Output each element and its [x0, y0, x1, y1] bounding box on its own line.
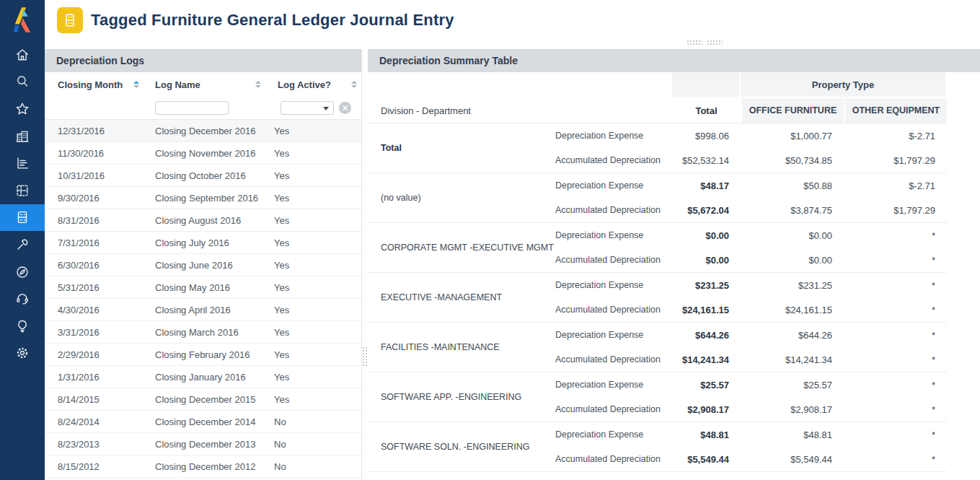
log-active-cell: No [274, 416, 361, 427]
division-department-label: Total [368, 123, 555, 173]
closing-month-cell: 7/31/2016 [58, 237, 155, 248]
panel-splitter-handle[interactable] [362, 346, 368, 367]
log-table-row[interactable]: 12/31/2016 Closing December 2016 Yes [45, 120, 361, 142]
log-table-row[interactable]: 8/31/2016 Closing August 2016 Yes [45, 209, 361, 232]
depreciation-summary-panel: Depreciation Summary Table Property Type… [368, 49, 980, 480]
summary-group-row: (no value) Depreciation Expense $48.17 $… [368, 173, 947, 223]
metric-label: Accumulated Depreciation [555, 155, 672, 165]
log-name-cell: Closing October 2016 [155, 170, 274, 181]
office-furniture-value: $14,241.34 [741, 354, 844, 365]
closing-month-cell: 3/31/2016 [58, 327, 155, 338]
total-value: $644.26 [672, 330, 741, 341]
sidebar-item-tools[interactable] [0, 231, 45, 258]
log-name-cell: Closing June 2016 [155, 260, 274, 271]
leaf-icon [14, 264, 30, 280]
logs-table-header: Closing Month Log Name Log Active? ✕ [45, 72, 361, 120]
log-table-row[interactable]: 8/24/2014 Closing December 2014 No [45, 411, 361, 433]
log-active-cell: No [274, 439, 361, 450]
log-table-row[interactable]: 4/30/2016 Closing April 2016 Yes [45, 299, 361, 321]
app-logo[interactable] [0, 0, 45, 40]
log-table-row[interactable]: 8/23/2013 Closing December 2013 No [45, 433, 361, 455]
log-table-row[interactable]: 11/30/2016 Closing November 2016 Yes [45, 142, 361, 165]
total-column-header: Total [672, 98, 741, 123]
sidebar-item-ideas[interactable] [0, 313, 45, 340]
log-name-cell: Closing September 2016 [155, 193, 274, 204]
log-name-cell: Closing November 2016 [155, 148, 274, 159]
closing-month-cell: 11/30/2016 [58, 148, 155, 159]
office-furniture-value: $48.81 [741, 429, 844, 440]
settings-icon [14, 345, 30, 361]
sidebar-item-sustainability[interactable] [0, 258, 45, 286]
metric-label: Accumulated Depreciation [555, 354, 672, 365]
sidebar-item-home[interactable] [0, 41, 45, 69]
log-name-cell: Closing December 2015 [155, 394, 274, 405]
page-title: Tagged Furniture General Ledger Journal … [91, 11, 454, 30]
page-icon [57, 7, 83, 33]
journal-icon [14, 209, 30, 225]
log-name-cell: Closing August 2016 [155, 215, 274, 226]
sidebar-item-reports[interactable] [0, 149, 45, 177]
log-table-row[interactable]: 7/31/2016 Closing July 2016 Yes [45, 232, 361, 254]
sidebar-item-organization[interactable] [0, 123, 45, 150]
log-table-row[interactable]: 2/29/2016 Closing February 2016 Yes [45, 344, 361, 366]
log-table-row[interactable]: 10/31/2016 Closing October 2016 Yes [45, 165, 361, 187]
log-active-cell: Yes [274, 327, 361, 338]
other-equipment-value: $-2.71 [844, 131, 947, 141]
other-equipment-value: * [844, 429, 947, 440]
sidebar-item-search[interactable] [0, 69, 45, 96]
depreciation-logs-panel: Depreciation Logs Closing Month Log Name… [45, 49, 362, 480]
metric-label: Accumulated Depreciation [555, 454, 672, 464]
other-equipment-value: * [844, 380, 947, 390]
metric-label: Depreciation Expense [555, 180, 672, 191]
logs-filter-row: ✕ [45, 97, 361, 119]
support-icon [14, 291, 30, 307]
sidebar-item-settings[interactable] [0, 340, 45, 367]
metric-label: Depreciation Expense [555, 330, 672, 340]
other-equipment-value: $1,797.29 [844, 205, 947, 216]
summary-table-header: Property Type Division - Department Tota… [368, 72, 947, 123]
summary-metric-row: Depreciation Expense $998.06 $1,000.77 $… [555, 123, 947, 148]
column-header-log-active[interactable]: Log Active? [274, 79, 361, 90]
log-name-cell: Closing December 2014 [155, 416, 274, 427]
log-name-filter-input[interactable] [155, 101, 229, 115]
metric-label: Accumulated Depreciation [555, 255, 672, 265]
column-header-log-name[interactable]: Log Name [155, 79, 274, 90]
summary-metric-row: Accumulated Depreciation $52,532.14 $50,… [555, 148, 947, 173]
column-header-closing-month[interactable]: Closing Month [58, 79, 155, 90]
log-table-row[interactable]: 9/30/2016 Closing September 2016 Yes [45, 187, 361, 209]
sidebar-item-favorites[interactable] [0, 95, 45, 123]
log-table-row[interactable]: 8/15/2012 Closing December 2012 No [45, 455, 361, 478]
office-furniture-value: $5,549.44 [741, 454, 844, 465]
summary-group-row: SOFTWARE APP. -ENGINEERING Depreciation … [368, 372, 947, 422]
division-department-label: SOFTWARE APP. -ENGINEERING [368, 372, 555, 422]
summary-group-row: SOFTWARE SOLN. -ENGINEERING Depreciation… [368, 422, 947, 472]
closing-month-cell: 5/31/2016 [58, 282, 155, 293]
summary-metric-row: Depreciation Expense $0.00 $0.00 * [555, 223, 947, 248]
closing-month-cell: 8/15/2012 [58, 461, 155, 472]
clear-filter-button[interactable]: ✕ [339, 102, 351, 114]
sidebar [0, 0, 45, 480]
log-table-row[interactable]: 6/30/2016 Closing June 2016 Yes [45, 254, 361, 276]
idea-icon [14, 318, 30, 334]
sidebar-item-support[interactable] [0, 285, 45, 313]
metric-label: Depreciation Expense [555, 230, 672, 240]
sort-arrows-icon [351, 81, 357, 89]
log-table-row[interactable]: 5/31/2016 Closing May 2016 Yes [45, 276, 361, 299]
log-table-row[interactable]: 8/14/2015 Closing December 2015 Yes [45, 388, 361, 411]
sidebar-item-modules[interactable] [0, 177, 45, 204]
metric-label: Accumulated Depreciation [555, 205, 672, 215]
panel-resize-handle[interactable] [687, 40, 723, 45]
tools-icon [14, 237, 30, 253]
office-furniture-value: $0.00 [741, 230, 844, 241]
drag-dots-icon [707, 40, 723, 45]
log-table-row[interactable]: 3/31/2016 Closing March 2016 Yes [45, 321, 361, 344]
closing-month-cell: 12/31/2016 [58, 126, 155, 136]
office-furniture-value: $50,734.85 [741, 155, 844, 166]
log-active-cell: Yes [274, 237, 361, 248]
log-active-filter-select[interactable] [281, 101, 334, 115]
log-table-row[interactable]: 1/31/2016 Closing January 2016 Yes [45, 366, 361, 388]
summary-group-row: CORPORATE MGMT -EXECUTIVE MGMT Depreciat… [368, 223, 947, 273]
metric-label: Accumulated Depreciation [555, 305, 672, 315]
log-active-cell: Yes [274, 394, 361, 405]
sidebar-item-journal[interactable] [0, 204, 45, 232]
